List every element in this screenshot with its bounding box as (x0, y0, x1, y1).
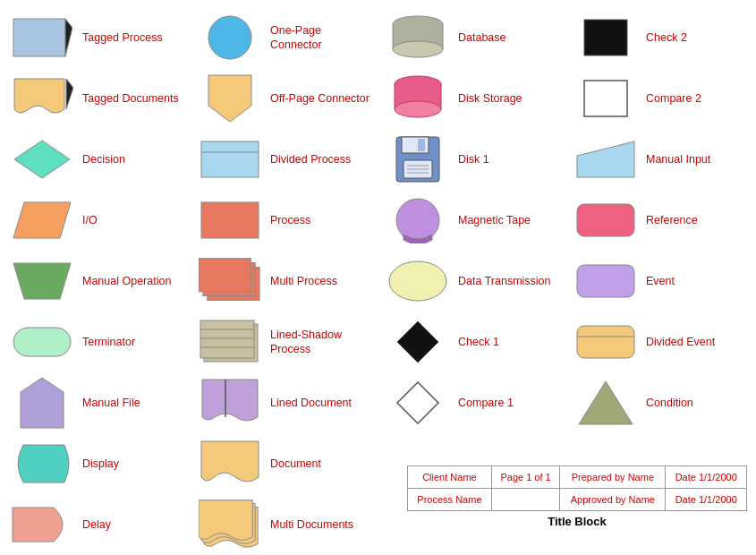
label-check2: Check 2 (646, 30, 687, 45)
cell-manual-input: Manual Input (567, 129, 756, 190)
label-multi-documents: Multi Documents (270, 517, 353, 532)
shape-lined-shadow-process (199, 319, 261, 365)
shape-database (386, 14, 449, 61)
shape-disk-storage (386, 75, 449, 122)
svg-marker-28 (13, 202, 71, 238)
shape-data-transmission (386, 258, 449, 304)
svg-marker-44 (397, 321, 438, 363)
label-delay: Delay (82, 517, 111, 532)
label-manual-operation: Manual Operation (82, 274, 171, 288)
cell-multi-documents: Multi Documents (191, 494, 379, 555)
label-lined-shadow-process: Lined-Shadow Process (270, 328, 372, 357)
svg-marker-49 (397, 382, 438, 423)
cell-lined-shadow-process: Lined-Shadow Process (191, 312, 379, 372)
cell-condition: Condition (567, 372, 756, 433)
label-one-page-connector: One-Page Connector (270, 23, 372, 53)
label-process: Process (270, 213, 310, 227)
shape-decision (11, 136, 73, 183)
svg-rect-0 (13, 19, 65, 56)
title-cell-date2: Date 1/1/2000 (666, 489, 747, 511)
title-cell-date1: Date 1/1/2000 (666, 466, 747, 489)
shape-manual-input (574, 136, 637, 183)
label-disk1: Disk 1 (458, 152, 489, 166)
cell-compare2: Compare 2 (567, 68, 756, 129)
label-reference: Reference (646, 213, 698, 227)
title-table: Client Name Page 1 of 1 Prepared by Name… (407, 465, 747, 511)
shape-document (199, 440, 261, 487)
shape-divided-process (199, 136, 261, 183)
label-tagged-process: Tagged Process (82, 30, 163, 45)
title-cell-prepared-by: Prepared by Name (560, 466, 666, 489)
cell-manual-operation: Manual Operation (4, 251, 191, 312)
label-io: I/O (82, 213, 98, 227)
svg-rect-29 (201, 202, 259, 238)
svg-rect-23 (418, 139, 425, 151)
svg-rect-18 (201, 141, 259, 177)
shape-io (11, 197, 73, 243)
svg-rect-45 (577, 326, 634, 358)
label-manual-file: Manual File (82, 396, 140, 410)
cell-process: Process (191, 190, 379, 251)
shape-tagged-process (11, 14, 73, 61)
shape-compare1 (386, 380, 449, 426)
cell-compare1: Compare 1 (379, 372, 567, 433)
svg-rect-37 (577, 265, 634, 297)
cell-event: Event (567, 251, 756, 312)
cell-divided-event: Divided Event (567, 312, 756, 372)
shape-manual-operation (11, 258, 73, 304)
cell-reference: Reference (567, 190, 756, 251)
svg-point-5 (393, 41, 443, 57)
label-display: Display (82, 457, 119, 471)
label-terminator: Terminator (82, 335, 135, 349)
shape-check1 (386, 319, 449, 365)
svg-rect-31 (577, 204, 634, 236)
shape-event (574, 258, 637, 304)
label-database: Database (458, 30, 506, 45)
svg-marker-9 (66, 79, 73, 109)
cell-divided-process: Divided Process (191, 129, 379, 190)
svg-point-2 (208, 16, 251, 59)
title-block-area: Client Name Page 1 of 1 Prepared by Name… (407, 465, 747, 528)
svg-marker-27 (577, 141, 634, 177)
cell-multi-process: Multi Process (191, 251, 379, 312)
label-tagged-documents: Tagged Documents (82, 91, 179, 106)
shape-magnetic-tape (386, 197, 449, 243)
cell-lined-document: Lined Document (191, 372, 379, 433)
shape-display (11, 440, 73, 487)
shape-reference (574, 197, 637, 243)
label-manual-input: Manual Input (646, 152, 710, 166)
shape-check2 (574, 14, 637, 61)
shape-lined-document (199, 380, 261, 426)
svg-rect-16 (584, 81, 627, 116)
cell-disk1: Disk 1 (379, 129, 567, 190)
label-data-transmission: Data Transmission (458, 274, 551, 288)
cell-delay: Delay (4, 494, 191, 555)
svg-rect-38 (13, 328, 71, 356)
title-cell-empty (491, 489, 559, 511)
label-off-page-connector: Off-Page Connector (270, 91, 370, 106)
shape-disk1 (386, 136, 449, 183)
cell-document: Document (191, 433, 379, 494)
cell-io: I/O (4, 190, 191, 251)
label-condition: Condition (646, 396, 693, 410)
title-cell-page: Page 1 of 1 (491, 466, 559, 489)
label-disk-storage: Disk Storage (458, 91, 522, 106)
label-decision: Decision (82, 152, 125, 166)
svg-rect-35 (199, 259, 251, 292)
cell-terminator: Terminator (4, 312, 191, 372)
shape-manual-file (11, 380, 73, 426)
shape-compare2 (574, 75, 637, 122)
shape-off-page-connector (199, 75, 261, 122)
cell-manual-file: Manual File (4, 372, 191, 433)
shape-multi-documents (199, 501, 261, 548)
shape-condition (574, 380, 637, 426)
label-lined-document: Lined Document (270, 396, 352, 410)
shape-one-page-connector (199, 14, 261, 61)
label-document: Document (270, 457, 321, 471)
svg-marker-32 (13, 263, 71, 299)
cell-check1: Check 1 (379, 312, 567, 372)
svg-point-13 (395, 101, 441, 117)
cell-tagged-process: Tagged Process (4, 7, 191, 68)
svg-marker-17 (14, 141, 70, 178)
svg-point-36 (389, 261, 446, 301)
